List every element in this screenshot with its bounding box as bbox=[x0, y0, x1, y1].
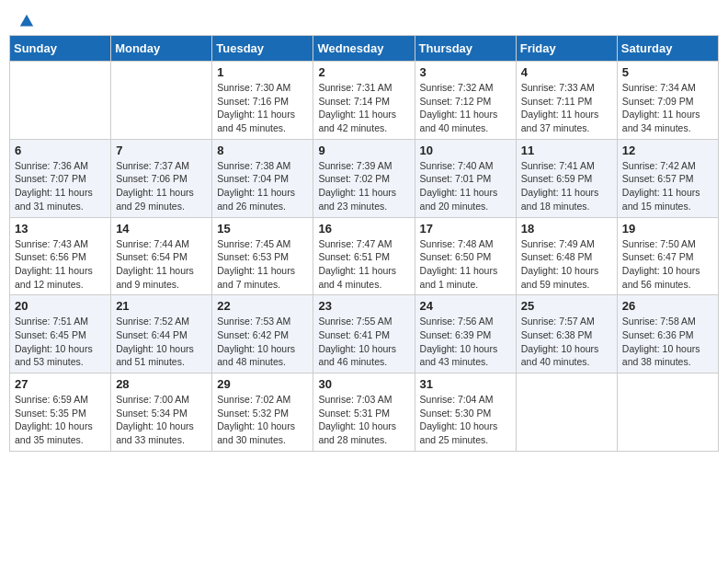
day-number: 28 bbox=[116, 377, 207, 391]
day-detail: Sunrise: 7:41 AMSunset: 6:59 PMDaylight:… bbox=[521, 159, 612, 213]
day-number: 16 bbox=[318, 222, 409, 236]
calendar-cell: 11Sunrise: 7:41 AMSunset: 6:59 PMDayligh… bbox=[516, 139, 617, 217]
day-detail: Sunrise: 7:43 AMSunset: 6:56 PMDaylight:… bbox=[15, 237, 106, 292]
day-number: 4 bbox=[521, 65, 612, 79]
day-detail: Sunrise: 7:32 AMSunset: 7:12 PMDaylight:… bbox=[420, 81, 511, 135]
day-number: 30 bbox=[318, 377, 409, 391]
calendar-cell: 20Sunrise: 7:51 AMSunset: 6:45 PMDayligh… bbox=[10, 295, 111, 373]
day-detail: Sunrise: 7:56 AMSunset: 6:39 PMDaylight:… bbox=[420, 315, 511, 369]
day-number: 6 bbox=[15, 144, 106, 157]
day-detail: Sunrise: 7:39 AMSunset: 7:02 PMDaylight:… bbox=[318, 159, 409, 213]
calendar-body: 1Sunrise: 7:30 AMSunset: 7:16 PMDaylight… bbox=[10, 62, 719, 452]
day-number: 2 bbox=[318, 65, 409, 79]
calendar-cell: 8Sunrise: 7:38 AMSunset: 7:04 PMDaylight… bbox=[212, 139, 313, 217]
day-number: 8 bbox=[217, 144, 308, 157]
day-number: 25 bbox=[521, 299, 612, 313]
day-detail: Sunrise: 6:59 AMSunset: 5:35 PMDaylight:… bbox=[15, 393, 106, 447]
calendar-cell: 21Sunrise: 7:52 AMSunset: 6:44 PMDayligh… bbox=[111, 295, 212, 373]
calendar-week-row: 1Sunrise: 7:30 AMSunset: 7:16 PMDaylight… bbox=[10, 62, 719, 140]
day-detail: Sunrise: 7:55 AMSunset: 6:41 PMDaylight:… bbox=[318, 315, 409, 369]
day-number: 15 bbox=[217, 222, 308, 236]
day-number: 12 bbox=[622, 144, 713, 157]
day-number: 11 bbox=[521, 144, 612, 157]
day-number: 18 bbox=[521, 222, 612, 236]
day-detail: Sunrise: 7:04 AMSunset: 5:30 PMDaylight:… bbox=[420, 393, 511, 447]
day-number: 13 bbox=[15, 222, 106, 236]
day-detail: Sunrise: 7:36 AMSunset: 7:07 PMDaylight:… bbox=[15, 159, 106, 213]
calendar-cell: 30Sunrise: 7:03 AMSunset: 5:31 PMDayligh… bbox=[313, 373, 415, 452]
calendar-cell: 25Sunrise: 7:57 AMSunset: 6:38 PMDayligh… bbox=[516, 295, 617, 373]
day-detail: Sunrise: 7:40 AMSunset: 7:01 PMDaylight:… bbox=[420, 159, 511, 213]
calendar-cell: 14Sunrise: 7:44 AMSunset: 6:54 PMDayligh… bbox=[111, 217, 212, 295]
day-number: 7 bbox=[116, 144, 207, 157]
day-number: 17 bbox=[420, 222, 511, 236]
day-number: 10 bbox=[420, 144, 511, 157]
day-detail: Sunrise: 7:52 AMSunset: 6:44 PMDaylight:… bbox=[116, 315, 207, 369]
day-detail: Sunrise: 7:00 AMSunset: 5:34 PMDaylight:… bbox=[116, 393, 207, 447]
calendar-week-row: 13Sunrise: 7:43 AMSunset: 6:56 PMDayligh… bbox=[10, 217, 719, 295]
day-of-week-header: Sunday bbox=[10, 36, 111, 62]
day-detail: Sunrise: 7:37 AMSunset: 7:06 PMDaylight:… bbox=[116, 159, 207, 213]
day-number: 29 bbox=[217, 377, 308, 391]
calendar-cell: 27Sunrise: 6:59 AMSunset: 5:35 PMDayligh… bbox=[10, 373, 111, 452]
calendar-cell: 9Sunrise: 7:39 AMSunset: 7:02 PMDaylight… bbox=[313, 139, 415, 217]
day-number: 1 bbox=[217, 65, 308, 79]
day-number: 27 bbox=[15, 377, 106, 391]
calendar-cell: 10Sunrise: 7:40 AMSunset: 7:01 PMDayligh… bbox=[415, 139, 516, 217]
day-detail: Sunrise: 7:02 AMSunset: 5:32 PMDaylight:… bbox=[217, 393, 308, 447]
day-detail: Sunrise: 7:33 AMSunset: 7:11 PMDaylight:… bbox=[521, 81, 612, 135]
day-of-week-header: Saturday bbox=[617, 36, 718, 62]
day-detail: Sunrise: 7:44 AMSunset: 6:54 PMDaylight:… bbox=[116, 237, 207, 292]
calendar-cell: 5Sunrise: 7:34 AMSunset: 7:09 PMDaylight… bbox=[617, 62, 718, 140]
calendar-cell: 6Sunrise: 7:36 AMSunset: 7:07 PMDaylight… bbox=[10, 139, 111, 217]
day-number: 19 bbox=[622, 222, 713, 236]
day-detail: Sunrise: 7:47 AMSunset: 6:51 PMDaylight:… bbox=[318, 237, 409, 292]
day-number: 9 bbox=[318, 144, 409, 157]
calendar-cell: 13Sunrise: 7:43 AMSunset: 6:56 PMDayligh… bbox=[10, 217, 111, 295]
logo-icon bbox=[18, 13, 35, 29]
calendar-cell: 12Sunrise: 7:42 AMSunset: 6:57 PMDayligh… bbox=[617, 139, 718, 217]
day-of-week-header: Thursday bbox=[415, 36, 516, 62]
day-of-week-header: Monday bbox=[111, 36, 212, 62]
day-detail: Sunrise: 7:53 AMSunset: 6:42 PMDaylight:… bbox=[217, 315, 308, 369]
calendar-cell: 4Sunrise: 7:33 AMSunset: 7:11 PMDaylight… bbox=[516, 62, 617, 140]
svg-marker-0 bbox=[20, 15, 33, 27]
calendar-cell: 29Sunrise: 7:02 AMSunset: 5:32 PMDayligh… bbox=[212, 373, 313, 452]
calendar-cell bbox=[617, 373, 718, 452]
calendar-header-row: SundayMondayTuesdayWednesdayThursdayFrid… bbox=[10, 36, 719, 62]
day-number: 14 bbox=[116, 222, 207, 236]
day-detail: Sunrise: 7:58 AMSunset: 6:36 PMDaylight:… bbox=[622, 315, 713, 369]
calendar-cell: 22Sunrise: 7:53 AMSunset: 6:42 PMDayligh… bbox=[212, 295, 313, 373]
calendar-cell: 16Sunrise: 7:47 AMSunset: 6:51 PMDayligh… bbox=[313, 217, 415, 295]
day-number: 5 bbox=[622, 65, 713, 79]
calendar-cell: 7Sunrise: 7:37 AMSunset: 7:06 PMDaylight… bbox=[111, 139, 212, 217]
day-detail: Sunrise: 7:57 AMSunset: 6:38 PMDaylight:… bbox=[521, 315, 612, 369]
calendar-week-row: 27Sunrise: 6:59 AMSunset: 5:35 PMDayligh… bbox=[10, 373, 719, 452]
day-detail: Sunrise: 7:42 AMSunset: 6:57 PMDaylight:… bbox=[622, 159, 713, 213]
calendar-table: SundayMondayTuesdayWednesdayThursdayFrid… bbox=[9, 35, 719, 452]
day-number: 24 bbox=[420, 299, 511, 313]
calendar-cell: 3Sunrise: 7:32 AMSunset: 7:12 PMDaylight… bbox=[415, 62, 516, 140]
day-detail: Sunrise: 7:31 AMSunset: 7:14 PMDaylight:… bbox=[318, 81, 409, 135]
calendar-cell bbox=[10, 62, 111, 140]
day-number: 26 bbox=[622, 299, 713, 313]
day-number: 22 bbox=[217, 299, 308, 313]
day-detail: Sunrise: 7:51 AMSunset: 6:45 PMDaylight:… bbox=[15, 315, 106, 369]
day-of-week-header: Wednesday bbox=[313, 36, 415, 62]
day-number: 21 bbox=[116, 299, 207, 313]
day-number: 3 bbox=[420, 65, 511, 79]
calendar-week-row: 6Sunrise: 7:36 AMSunset: 7:07 PMDaylight… bbox=[10, 139, 719, 217]
day-detail: Sunrise: 7:49 AMSunset: 6:48 PMDaylight:… bbox=[521, 237, 612, 292]
day-of-week-header: Friday bbox=[516, 36, 617, 62]
day-detail: Sunrise: 7:50 AMSunset: 6:47 PMDaylight:… bbox=[622, 237, 713, 292]
calendar-cell: 19Sunrise: 7:50 AMSunset: 6:47 PMDayligh… bbox=[617, 217, 718, 295]
calendar-cell: 2Sunrise: 7:31 AMSunset: 7:14 PMDaylight… bbox=[313, 62, 415, 140]
calendar-cell bbox=[111, 62, 212, 140]
day-of-week-header: Tuesday bbox=[212, 36, 313, 62]
calendar-cell: 26Sunrise: 7:58 AMSunset: 6:36 PMDayligh… bbox=[617, 295, 718, 373]
day-detail: Sunrise: 7:38 AMSunset: 7:04 PMDaylight:… bbox=[217, 159, 308, 213]
calendar-cell: 24Sunrise: 7:56 AMSunset: 6:39 PMDayligh… bbox=[415, 295, 516, 373]
calendar-cell: 1Sunrise: 7:30 AMSunset: 7:16 PMDaylight… bbox=[212, 62, 313, 140]
day-detail: Sunrise: 7:34 AMSunset: 7:09 PMDaylight:… bbox=[622, 81, 713, 135]
calendar-cell: 17Sunrise: 7:48 AMSunset: 6:50 PMDayligh… bbox=[415, 217, 516, 295]
